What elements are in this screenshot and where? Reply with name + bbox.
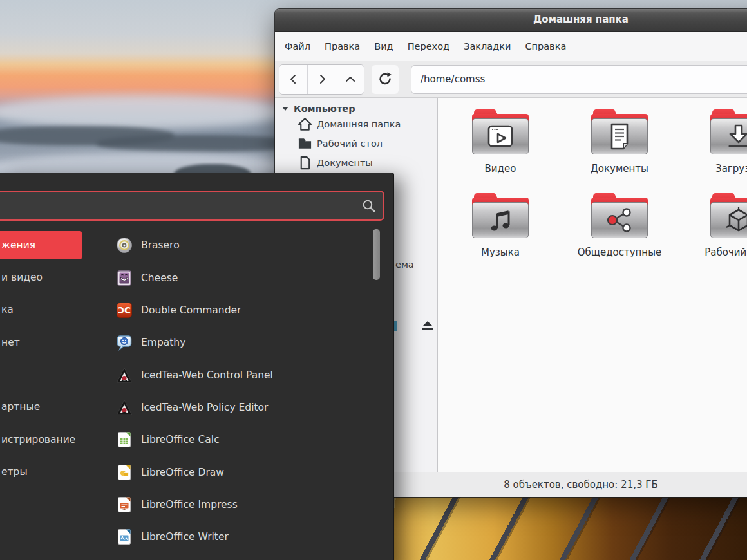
sidebar-item-label: Домашняя папка (317, 119, 401, 129)
app-label: LibreOffice Impress (141, 499, 238, 510)
video-folder-icon (486, 124, 515, 149)
folder-documents[interactable]: Документы (563, 109, 676, 174)
app-label: Empathy (141, 337, 185, 348)
app-item-libreoffice-writer[interactable]: LibreOffice Writer (116, 521, 367, 553)
app-item-double-commander[interactable]: ƆC Double Commander (116, 294, 367, 326)
sidebar-item-home[interactable]: Домашняя папка (275, 115, 437, 134)
share-folder-icon (605, 207, 634, 233)
sidebar-item-label: Документы (317, 158, 373, 168)
status-text: 8 объектов, свободно: 21,3 ГБ (504, 479, 657, 490)
forward-icon (316, 73, 328, 86)
tree-silhouette (97, 135, 303, 152)
back-icon (287, 73, 300, 86)
menu-go[interactable]: Переход (401, 38, 457, 55)
fog-band (0, 95, 290, 129)
category-internet[interactable]: нет (0, 326, 113, 359)
window-title: Домашняя папка (533, 14, 629, 25)
menu-file[interactable]: Файл (278, 38, 317, 55)
menubar: Файл Правка Вид Переход Закладки Справка (275, 32, 747, 61)
toolbar: /home/comss (275, 61, 747, 98)
folder-label: Загрузки (682, 163, 747, 174)
folder-label: Документы (563, 163, 676, 174)
eject-icon[interactable] (421, 320, 434, 331)
app-item-icedtea-policy-editor[interactable]: IcedTea-Web Policy Editor (116, 391, 367, 424)
titlebar[interactable]: Домашняя папка (275, 9, 747, 32)
app-label: Brasero (141, 239, 180, 251)
folder-label: Видео (444, 163, 557, 174)
folder-music[interactable]: Музыка (444, 193, 557, 258)
folder-icon-large (591, 193, 648, 238)
path-field[interactable]: /home/comss (411, 65, 747, 94)
app-item-cheese[interactable]: Cheese (116, 261, 367, 294)
category-administration[interactable]: истрирование (0, 423, 113, 455)
search-icon (362, 199, 376, 213)
category-all-applications[interactable]: жения (0, 231, 82, 259)
cheese-webcam-icon (116, 270, 133, 286)
double-commander-icon: ƆC (116, 302, 133, 319)
svg-text:ƆC: ƆC (118, 305, 131, 315)
app-item-icedtea-control-panel[interactable]: IcedTea-Web Control Panel (116, 359, 367, 391)
refresh-button[interactable] (372, 65, 399, 94)
folder-label: Музыка (444, 247, 557, 258)
menu-edit[interactable]: Правка (317, 38, 367, 55)
category-hidden[interactable] (0, 359, 113, 391)
folder-icon-large (710, 193, 747, 238)
app-label: LibreOffice Draw (141, 467, 224, 478)
app-item-libreoffice-calc[interactable]: LibreOffice Calc (116, 424, 367, 456)
up-button[interactable] (336, 65, 364, 94)
folder-icon (298, 137, 312, 150)
libreoffice-calc-icon (116, 431, 133, 448)
app-label: Double Commander (141, 304, 241, 316)
sidebar-root-label: Компьютер (294, 104, 355, 114)
folder-desktop[interactable]: Рабочий стол (682, 193, 747, 258)
folder-icon-large (472, 193, 529, 238)
sidebar-clipped-text: ема (395, 259, 414, 270)
category-accessories[interactable]: артные (0, 391, 113, 423)
folder-public[interactable]: Общедоступные (563, 193, 676, 258)
app-item-brasero[interactable]: Brasero (116, 229, 367, 261)
nav-button-group (279, 64, 364, 95)
sidebar-item-label: Рабочий стол (317, 138, 383, 149)
forward-button[interactable] (308, 65, 336, 94)
download-folder-icon (724, 124, 747, 149)
empathy-chat-icon (116, 334, 133, 351)
sidebar-item-desktop[interactable]: Рабочий стол (275, 134, 437, 153)
menu-view[interactable]: Вид (367, 38, 400, 55)
app-label: LibreOffice Writer (141, 531, 229, 543)
music-folder-icon (487, 207, 514, 234)
libreoffice-draw-icon (116, 464, 133, 481)
icedtea-icon (116, 367, 133, 384)
folder-downloads[interactable]: Загрузки (682, 109, 747, 174)
app-label: Cheese (141, 272, 178, 284)
app-item-libreoffice-draw[interactable]: LibreOffice Draw (116, 456, 367, 488)
app-item-libreoffice-impress[interactable]: LibreOffice Impress (116, 489, 367, 521)
folder-label: Общедоступные (563, 247, 676, 258)
desktop-folder-icon (724, 206, 747, 234)
desktop: Домашняя папка Файл Правка Вид Переход З… (0, 0, 747, 560)
scrollbar-thumb[interactable] (373, 229, 380, 280)
folder-label: Рабочий стол (682, 247, 747, 258)
app-item-empathy[interactable]: Empathy (116, 326, 367, 359)
document-folder-icon (608, 123, 631, 150)
menu-bookmarks[interactable]: Закладки (457, 38, 518, 55)
app-label: LibreOffice Calc (141, 434, 220, 445)
menu-help[interactable]: Справка (518, 38, 573, 55)
path-text: /home/comss (421, 73, 485, 85)
folder-icon-large (710, 109, 747, 154)
icedtea-icon (116, 399, 133, 416)
refresh-icon (377, 71, 393, 87)
expander-triangle-icon[interactable] (281, 106, 289, 111)
sidebar-root-computer[interactable]: Компьютер (275, 98, 437, 115)
libreoffice-writer-icon (116, 528, 133, 545)
category-graphics[interactable]: ка (0, 294, 113, 326)
category-preferences[interactable]: етры (0, 456, 113, 488)
folder-videos[interactable]: Видео (444, 109, 557, 174)
search-input[interactable] (0, 191, 384, 221)
folder-icon-large (472, 109, 529, 154)
document-icon (298, 156, 312, 170)
sidebar-item-documents[interactable]: Документы (275, 153, 437, 173)
back-button[interactable] (279, 65, 308, 94)
sidebar-clipped-link (394, 321, 397, 331)
icon-view: Видео Документы Загрузки (438, 98, 747, 472)
category-audio-video[interactable]: и видео (0, 261, 113, 294)
